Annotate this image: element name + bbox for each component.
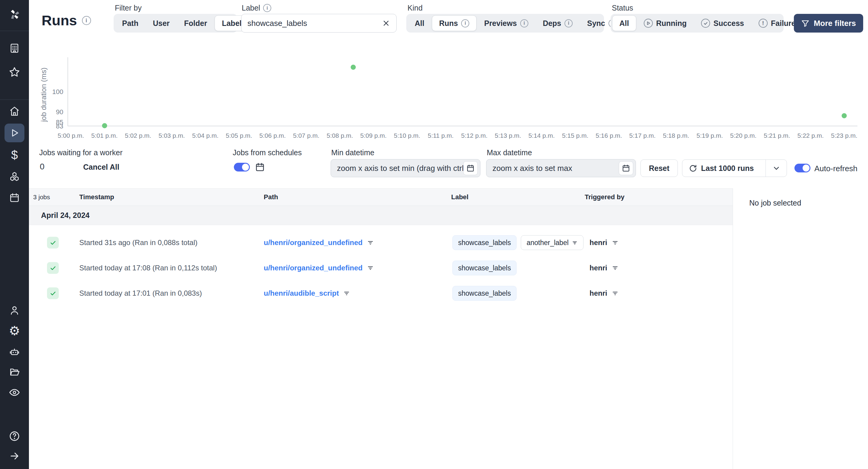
runs-range-split-button: Last 1000 runs: [682, 159, 787, 177]
label-chip[interactable]: another_label: [521, 236, 583, 250]
settings-gear-icon[interactable]: ⚙: [9, 324, 20, 337]
kind-previews[interactable]: Previewsi: [477, 15, 535, 31]
filter-by-user[interactable]: User: [146, 15, 177, 31]
success-check-icon: [701, 19, 710, 28]
runs-range-dropdown[interactable]: [766, 160, 786, 177]
refresh-icon: [689, 164, 697, 173]
x-axis-tick: 5:22 p.m.: [798, 132, 824, 139]
column-label: Label: [451, 193, 468, 201]
filter-by-user-icon[interactable]: [612, 264, 619, 272]
label-filter-label: Label i: [242, 4, 271, 12]
success-check-icon: [47, 287, 59, 299]
x-axis-tick: 5:23 p.m.: [831, 132, 858, 139]
status-all[interactable]: All: [612, 15, 636, 31]
success-check-icon: [47, 262, 59, 274]
failure-exclamation-icon: !: [758, 19, 768, 28]
x-axis-tick: 5:05 p.m.: [226, 132, 252, 139]
min-datetime-input[interactable]: [337, 164, 463, 173]
favorites-star-icon[interactable]: [9, 66, 20, 78]
status-segmented: All Running Success !Failure: [611, 14, 784, 33]
clear-label-icon[interactable]: [382, 19, 390, 27]
column-path: Path: [264, 193, 278, 201]
scatter-point[interactable]: [102, 123, 107, 128]
date-group-row: April 24, 2024: [29, 206, 733, 225]
max-datetime-field: [486, 159, 636, 177]
kind-all[interactable]: All: [408, 15, 431, 31]
x-axis-tick: 5:01 p.m.: [91, 132, 118, 139]
expand-arrow-icon[interactable]: [9, 450, 20, 462]
windmill-logo-icon[interactable]: [8, 8, 21, 21]
filter-by-path-icon[interactable]: [367, 239, 374, 246]
table-row[interactable]: Started today at 17:08 (Ran in 0,112s to…: [29, 255, 733, 281]
filter-by-user-icon[interactable]: [612, 239, 619, 246]
kind-deps[interactable]: Depsi: [536, 15, 580, 31]
variables-dollar-icon[interactable]: $: [11, 149, 18, 161]
jobs-from-schedules-toggle[interactable]: [234, 163, 250, 171]
resources-cubes-icon[interactable]: [9, 171, 20, 182]
job-path-link[interactable]: u/henri/organized_undefined: [264, 264, 363, 272]
max-datetime-input[interactable]: [493, 164, 619, 173]
label-info-icon[interactable]: i: [263, 4, 271, 12]
sidebar: $ ⚙: [0, 0, 29, 469]
status-label: Status: [612, 4, 633, 12]
job-path-link[interactable]: u/henri/audible_script: [264, 289, 339, 298]
page-title: Runs i: [41, 12, 91, 29]
x-axis-tick: 5:14 p.m.: [528, 132, 555, 139]
previews-info-icon[interactable]: i: [520, 19, 528, 27]
reset-button[interactable]: Reset: [641, 159, 678, 177]
home-icon[interactable]: [9, 106, 20, 117]
filter-by-folder[interactable]: Folder: [177, 15, 214, 31]
x-axis-tick: 5:02 p.m.: [125, 132, 151, 139]
reload-runs-button[interactable]: Last 1000 runs: [682, 160, 762, 177]
help-icon[interactable]: [9, 430, 20, 442]
scatter-point[interactable]: [842, 113, 847, 118]
max-datetime-calendar-icon[interactable]: [619, 161, 633, 175]
filter-by-path-icon[interactable]: [343, 290, 350, 297]
status-running[interactable]: Running: [637, 15, 693, 31]
folders-icon[interactable]: [9, 367, 20, 377]
table-row[interactable]: Started 31s ago (Ran in 0,088s total) u/…: [29, 230, 733, 255]
x-axis-tick: 5:00 p.m.: [58, 132, 84, 139]
runs-info-icon[interactable]: i: [82, 16, 91, 25]
triggered-by-user: henri: [590, 289, 607, 298]
x-axis-tick: 5:08 p.m.: [327, 132, 353, 139]
x-axis-line: [67, 126, 858, 126]
filter-by-user-icon[interactable]: [612, 290, 619, 297]
cancel-all-button[interactable]: Cancel All: [83, 163, 119, 171]
min-datetime-calendar-icon[interactable]: [463, 161, 478, 175]
table-row[interactable]: Started today at 17:01 (Ran in 0,083s) u…: [29, 281, 733, 306]
workspace-building-icon[interactable]: [9, 43, 20, 54]
chevron-down-icon: [772, 164, 780, 172]
audit-eye-icon[interactable]: [9, 387, 20, 398]
x-axis-tick: 5:11 p.m.: [428, 132, 454, 139]
auto-refresh-toggle[interactable]: [795, 164, 810, 173]
sidebar-item-runs[interactable]: [4, 124, 24, 142]
workers-robot-icon[interactable]: [9, 346, 20, 357]
jobs-table: 3 jobs Timestamp Path Label Triggered by…: [29, 188, 733, 469]
label-chip[interactable]: showcase_labels: [453, 261, 517, 276]
filter-by-path[interactable]: Path: [115, 15, 145, 31]
filter-by-segmented: Path User Folder Label: [114, 14, 237, 33]
job-timestamp: Started 31s ago (Ran in 0,088s total): [79, 239, 197, 247]
x-axis-tick: 5:06 p.m.: [259, 132, 286, 139]
user-icon[interactable]: [9, 305, 20, 316]
y-axis-tick: 90: [42, 108, 63, 116]
label-filter-input[interactable]: [247, 19, 382, 28]
runs-kind-info-icon[interactable]: i: [461, 19, 469, 27]
jobs-waiting-label: Jobs waiting for a worker: [39, 148, 123, 157]
column-timestamp: Timestamp: [79, 193, 114, 201]
status-success[interactable]: Success: [694, 15, 751, 31]
job-path-link[interactable]: u/henri/organized_undefined: [264, 239, 363, 247]
filter-by-label-icon[interactable]: [572, 240, 578, 246]
deps-info-icon[interactable]: i: [564, 19, 572, 27]
schedules-calendar-icon[interactable]: [9, 192, 20, 203]
label-chip[interactable]: showcase_labels: [453, 236, 517, 250]
kind-runs[interactable]: Runsi: [432, 15, 477, 31]
label-chip[interactable]: showcase_labels: [453, 286, 517, 301]
filter-by-path-icon[interactable]: [367, 264, 374, 272]
more-filters-button[interactable]: More filters: [794, 14, 863, 33]
scatter-point[interactable]: [351, 64, 356, 70]
x-axis-tick: 5:09 p.m.: [360, 132, 387, 139]
runs-page: $ ⚙: [0, 0, 868, 469]
x-axis-tick: 5:20 p.m.: [730, 132, 757, 139]
